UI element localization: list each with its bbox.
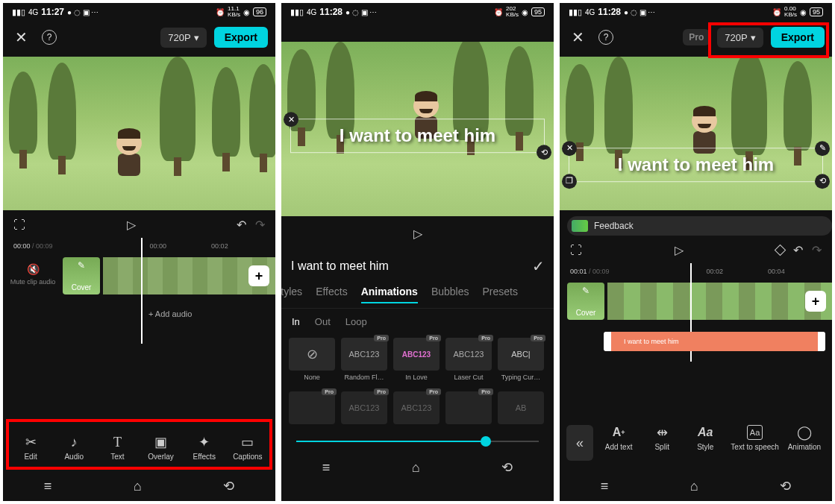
tool-text[interactable]: T Text bbox=[99, 435, 135, 461]
animation-option[interactable]: ABC|ProTyping Cur… bbox=[498, 338, 544, 381]
tool-add-text[interactable]: A+ Add text bbox=[601, 425, 637, 461]
pro-badge[interactable]: Pro bbox=[683, 29, 710, 45]
tool-audio[interactable]: ♪ Audio bbox=[56, 435, 92, 461]
mute-clip-audio-button[interactable]: 🔇 Mute clip audio bbox=[3, 257, 63, 286]
menu-icon[interactable]: ≡ bbox=[601, 479, 609, 494]
video-preview[interactable] bbox=[3, 57, 275, 210]
subtab-loop[interactable]: Loop bbox=[345, 316, 367, 327]
text-overlay-box[interactable]: I want to meet him ✕ ✎ ❐ ⟲ bbox=[569, 148, 823, 182]
close-button[interactable]: ✕ bbox=[567, 27, 588, 48]
video-clip[interactable]: + bbox=[607, 283, 832, 320]
back-icon[interactable]: ⟲ bbox=[501, 459, 513, 476]
animation-option[interactable]: AB bbox=[498, 391, 544, 427]
undo-button[interactable]: ↶ bbox=[237, 218, 246, 232]
edit-handle[interactable]: ✎ bbox=[815, 141, 830, 156]
tool-edit[interactable]: ✂ Edit bbox=[13, 435, 49, 461]
cover-thumbnail[interactable]: ✎ Cover bbox=[63, 257, 100, 294]
duration-slider[interactable] bbox=[281, 430, 554, 453]
tab-presets[interactable]: Presets bbox=[483, 286, 518, 303]
video-preview[interactable]: I want to meet him ✕ ✎ ❐ ⟲ bbox=[560, 57, 832, 210]
home-icon[interactable]: ⌂ bbox=[412, 460, 420, 476]
tab-styles[interactable]: Styles bbox=[281, 286, 302, 303]
redo-button[interactable]: ↷ bbox=[255, 218, 265, 232]
feedback-button[interactable]: Feedback bbox=[567, 216, 832, 236]
video-clip[interactable]: + bbox=[103, 257, 275, 294]
video-preview[interactable]: I want to meet him ✕ ⟲ bbox=[281, 42, 554, 216]
tab-effects[interactable]: Effects bbox=[316, 286, 348, 303]
play-button[interactable]: ▷ bbox=[413, 227, 422, 240]
animation-option[interactable]: ABC123Pro bbox=[341, 391, 387, 427]
confirm-button[interactable]: ✓ bbox=[532, 257, 545, 275]
animation-option[interactable]: ABC123ProRandom Fl… bbox=[341, 338, 387, 381]
menu-icon[interactable]: ≡ bbox=[44, 479, 52, 494]
add-clip-button[interactable]: + bbox=[248, 265, 269, 286]
play-button[interactable]: ▷ bbox=[127, 218, 136, 232]
export-button[interactable]: Export bbox=[214, 27, 268, 48]
redo-button[interactable]: ↷ bbox=[812, 243, 822, 257]
close-button[interactable]: ✕ bbox=[10, 27, 31, 48]
timeline[interactable]: 00:01 / 00:09 00:02 00:04 ✎ Cover + I wa… bbox=[560, 265, 832, 418]
delete-handle[interactable]: ✕ bbox=[562, 141, 577, 156]
tool-overlay[interactable]: ▣ Overlay bbox=[143, 435, 179, 461]
status-bar: ▮▮▯ 4G 11:28 ● ◌ ▣ ⋯ ⏰ 202 KB/s ◉ 95 bbox=[281, 3, 554, 21]
tool-animation[interactable]: ◯ Animation bbox=[786, 425, 822, 461]
text-input[interactable] bbox=[290, 259, 523, 273]
animation-option[interactable]: ABC123ProIn Love bbox=[393, 338, 440, 381]
animation-option[interactable]: Pro bbox=[445, 391, 492, 427]
add-clip-button[interactable]: + bbox=[805, 291, 826, 312]
resize-handle[interactable]: ⟲ bbox=[815, 174, 830, 189]
back-button[interactable]: « bbox=[566, 425, 593, 461]
home-icon[interactable]: ⌂ bbox=[134, 479, 142, 494]
tool-style[interactable]: Aa Style bbox=[687, 425, 723, 461]
help-button[interactable]: ? bbox=[595, 27, 616, 48]
tool-text-to-speech[interactable]: Aa Text to speech bbox=[731, 425, 778, 461]
animation-thumb: ABC|Pro bbox=[498, 338, 544, 371]
playhead[interactable] bbox=[141, 238, 143, 344]
tool-split[interactable]: ⇹ Split bbox=[644, 425, 680, 461]
clip-handle-left[interactable] bbox=[604, 332, 611, 351]
text-overlay-box[interactable]: I want to meet him ✕ ⟲ bbox=[290, 119, 545, 153]
split-icon: ⇹ bbox=[657, 425, 668, 440]
delete-handle[interactable]: ✕ bbox=[284, 112, 298, 127]
subtab-in[interactable]: In bbox=[292, 316, 300, 327]
animation-option[interactable]: Pro bbox=[289, 391, 335, 427]
animation-grid-row1: ⊘NoneABC123ProRandom Fl…ABC123ProIn Love… bbox=[281, 335, 554, 384]
pro-tag: Pro bbox=[426, 335, 441, 341]
clip-handle-right[interactable] bbox=[818, 332, 825, 351]
menu-icon[interactable]: ≡ bbox=[322, 460, 331, 476]
timeline[interactable]: 00:00 / 00:09 00:00 00:02 🔇 Mute clip au… bbox=[3, 239, 275, 427]
subtab-out[interactable]: Out bbox=[315, 316, 331, 327]
back-icon[interactable]: ⟲ bbox=[780, 478, 791, 494]
resolution-dropdown[interactable]: 720P ▾ bbox=[717, 28, 763, 48]
resolution-dropdown[interactable]: 720P ▾ bbox=[160, 28, 206, 48]
help-button[interactable]: ? bbox=[39, 27, 60, 48]
fullscreen-icon[interactable]: ⛶ bbox=[570, 244, 582, 257]
animation-option[interactable]: ABC123Pro bbox=[393, 391, 440, 427]
play-button[interactable]: ▷ bbox=[675, 243, 684, 257]
tool-effects[interactable]: ✦ Effects bbox=[187, 435, 222, 461]
resolution-label: 720P bbox=[725, 32, 747, 43]
undo-button[interactable]: ↶ bbox=[793, 243, 803, 257]
copy-handle[interactable]: ❐ bbox=[562, 174, 577, 189]
resize-handle[interactable]: ⟲ bbox=[537, 145, 551, 160]
slider-knob[interactable] bbox=[481, 436, 491, 447]
tool-captions[interactable]: ▭ Captions bbox=[230, 435, 266, 461]
animation-option[interactable]: ABC123ProLaser Cut bbox=[445, 338, 492, 381]
tab-animations[interactable]: Animations bbox=[361, 286, 418, 303]
keyframe-icon[interactable] bbox=[775, 245, 786, 256]
text-clip[interactable]: I want to meet him bbox=[604, 332, 825, 351]
export-button[interactable]: Export bbox=[771, 27, 825, 48]
animation-subtabs: In Out Loop bbox=[281, 309, 554, 335]
cover-thumbnail[interactable]: ✎ Cover bbox=[567, 283, 604, 320]
tab-bubbles[interactable]: Bubbles bbox=[431, 286, 469, 303]
time-mark: 00:04 bbox=[768, 268, 785, 275]
add-audio-button[interactable]: + Add audio bbox=[141, 305, 275, 323]
preview-controls: ⛶ ▷ ↶ ↷ bbox=[3, 210, 275, 239]
signal-icon: ▮▮▯ bbox=[290, 7, 304, 17]
tool-label: Text to speech bbox=[731, 443, 778, 451]
fullscreen-icon[interactable]: ⛶ bbox=[13, 218, 25, 232]
back-icon[interactable]: ⟲ bbox=[223, 478, 234, 494]
animation-label: In Love bbox=[393, 374, 440, 381]
home-icon[interactable]: ⌂ bbox=[690, 479, 698, 494]
animation-option[interactable]: ⊘None bbox=[289, 338, 335, 381]
